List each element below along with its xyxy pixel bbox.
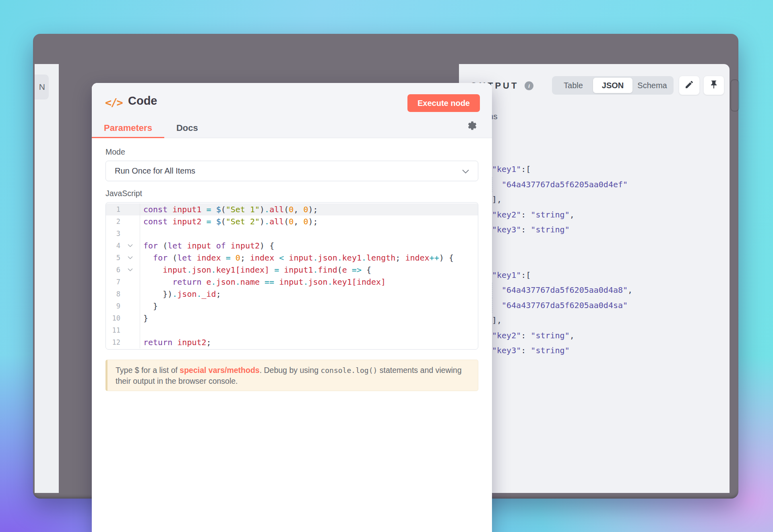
line-number: 10 <box>106 312 120 324</box>
json-line: "key3": "string" <box>470 222 632 238</box>
output-view-table[interactable]: Table <box>554 78 593 93</box>
line-number: 3 <box>106 228 120 240</box>
mode-select-value: Run Once for All Items <box>115 166 195 176</box>
indent-guide <box>492 177 502 193</box>
code-line[interactable]: 5 for (let index = 0; index < input.json… <box>106 252 478 264</box>
json-line: [ <box>470 132 632 147</box>
fold-chevron-icon[interactable] <box>120 240 140 252</box>
code-node-modal: </> Code Execute node Parameters Docs Mo… <box>92 83 492 532</box>
line-number: 1 <box>106 203 120 215</box>
code-line[interactable]: 1const input1 = $("Set 1").all(0, 0); <box>106 203 478 215</box>
node-settings-gear-icon[interactable] <box>467 120 477 132</box>
code-line-content <box>140 228 143 240</box>
code-line[interactable]: 6 input.json.key1[index] = input1.find(e… <box>106 264 478 276</box>
editor-hint-box: Type $ for a list of special vars/method… <box>105 360 478 391</box>
modal-header: </> Code Execute node Parameters Docs <box>92 83 492 138</box>
indent-guide <box>492 283 502 298</box>
json-line: }, <box>470 238 632 253</box>
json-line: ], <box>470 192 632 207</box>
line-number: 11 <box>106 324 120 336</box>
execute-node-button[interactable]: Execute node <box>407 94 480 112</box>
json-line: "key1":[ <box>470 162 632 177</box>
json-line: ] <box>470 373 632 389</box>
json-line: ], <box>470 313 632 328</box>
code-line-content: } <box>140 312 148 324</box>
mode-label: Mode <box>105 147 125 157</box>
json-line: "key1":[ <box>470 268 632 283</box>
hint-text: Type $ for a list of <box>116 366 180 375</box>
code-line-content: return input2; <box>140 336 211 348</box>
code-line-content: return e.json.name == input.json.key1[in… <box>140 276 386 288</box>
fold-gutter <box>120 203 140 215</box>
tab-parameters[interactable]: Parameters <box>92 118 164 138</box>
code-line-content <box>140 324 143 336</box>
mode-select[interactable]: Run Once for All Items <box>105 161 478 181</box>
code-line[interactable]: 2const input2 = $("Set 2").all(0, 0); <box>106 215 478 228</box>
fold-gutter <box>120 228 140 240</box>
code-node-icon: </> <box>105 96 122 109</box>
json-line: "key3": "string" <box>470 343 632 358</box>
modal-tabs: Parameters Docs <box>92 118 210 138</box>
code-line-content: const input2 = $("Set 2").all(0, 0); <box>140 215 318 228</box>
code-line[interactable]: 7 return e.json.name == input.json.key1[… <box>106 276 478 288</box>
json-line: "key2": "string", <box>470 207 632 223</box>
output-json-view[interactable]: [{"key1":["64a437767da5f6205aa0d4ef"],"k… <box>470 132 632 389</box>
code-line-content: for (let input of input2) { <box>140 240 274 252</box>
code-line[interactable]: 4for (let input of input2) { <box>106 240 478 252</box>
line-number: 9 <box>106 300 120 312</box>
line-number: 6 <box>106 264 120 276</box>
json-line: "64a437767da5f6205aa0d4sa" <box>470 298 632 313</box>
code-line[interactable]: 3 <box>106 228 478 240</box>
code-line[interactable]: 12return input2; <box>106 336 478 348</box>
fold-gutter <box>120 215 140 228</box>
output-view-switcher: Table JSON Schema <box>552 76 674 95</box>
fold-chevron-icon[interactable] <box>120 252 140 264</box>
line-number: 5 <box>106 252 120 264</box>
json-line: } <box>470 358 632 374</box>
line-number: 4 <box>106 240 120 252</box>
pencil-icon <box>684 80 694 91</box>
fold-gutter <box>120 312 140 324</box>
line-number: 8 <box>106 288 120 300</box>
json-line: "64a437767da5f6205aa0d4a8", <box>470 283 632 298</box>
browser-window: N OUTPUT i Table JSON Schema 2 items [{"… <box>33 34 738 499</box>
code-line-content: for (let index = 0; index < input.json.k… <box>140 252 454 264</box>
javascript-label: JavaScript <box>105 189 142 198</box>
canvas-element-outline <box>730 79 739 112</box>
code-line-content: const input1 = $("Set 1").all(0, 0); <box>140 203 318 215</box>
special-vars-link[interactable]: special vars/methods <box>180 366 259 375</box>
chevron-down-icon <box>462 166 469 176</box>
node-title[interactable]: Code <box>128 94 157 108</box>
code-line-content: }).json._id; <box>140 288 221 300</box>
fold-gutter <box>120 276 140 288</box>
line-number: 12 <box>106 336 120 348</box>
hint-code-snippet: console.log() <box>320 366 377 375</box>
hint-text: . Debug by using <box>260 366 321 375</box>
output-view-json[interactable]: JSON <box>593 78 632 93</box>
pushpin-icon <box>709 80 719 91</box>
code-line[interactable]: 9 } <box>106 300 478 312</box>
fold-gutter <box>120 336 140 348</box>
code-line[interactable]: 8 }).json._id; <box>106 288 478 300</box>
json-line: { <box>470 147 632 162</box>
indent-guide <box>492 298 502 313</box>
fold-chevron-icon[interactable] <box>120 264 140 276</box>
output-view-schema[interactable]: Schema <box>632 78 672 93</box>
pin-data-button[interactable] <box>703 76 724 95</box>
tab-docs[interactable]: Docs <box>164 118 210 138</box>
line-number: 7 <box>106 276 120 288</box>
fold-gutter <box>120 324 140 336</box>
code-line[interactable]: 10} <box>106 312 478 324</box>
info-icon[interactable]: i <box>525 81 533 90</box>
fold-gutter <box>120 300 140 312</box>
edit-output-button[interactable] <box>679 76 700 95</box>
json-line: "64a437767da5f6205aa0d4ef" <box>470 177 632 193</box>
line-number: 2 <box>106 215 120 228</box>
code-line-content: input.json.key1[index] = input1.find(e =… <box>140 264 371 276</box>
output-panel: OUTPUT i Table JSON Schema 2 items [{"ke… <box>459 64 730 493</box>
code-line-content: } <box>140 300 158 312</box>
code-editor[interactable]: 1const input1 = $("Set 1").all(0, 0);2co… <box>105 202 478 350</box>
input-view-toggle-partial[interactable]: N <box>35 75 49 99</box>
fold-gutter <box>120 288 140 300</box>
code-line[interactable]: 11 <box>106 324 478 336</box>
